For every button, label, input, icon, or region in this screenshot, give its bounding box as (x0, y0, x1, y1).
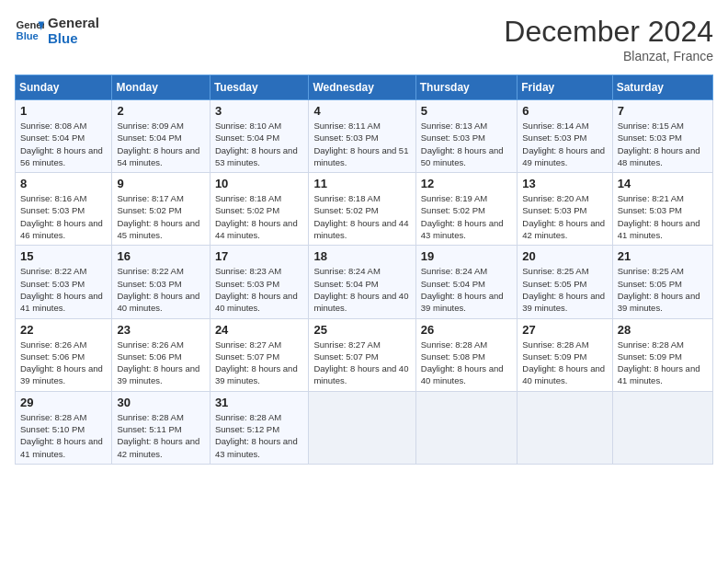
calendar-week-3: 15 Sunrise: 8:22 AMSunset: 5:03 PMDaylig… (16, 246, 713, 318)
calendar-cell: 26 Sunrise: 8:28 AMSunset: 5:08 PMDaylig… (415, 318, 517, 391)
col-saturday: Saturday (612, 75, 712, 100)
day-info: Sunrise: 8:26 AMSunset: 5:06 PMDaylight:… (117, 339, 204, 387)
day-number: 15 (20, 249, 107, 263)
col-friday: Friday (518, 75, 612, 100)
day-info: Sunrise: 8:28 AMSunset: 5:08 PMDaylight:… (421, 339, 512, 387)
col-monday: Monday (112, 75, 210, 100)
day-number: 26 (421, 323, 512, 337)
day-info: Sunrise: 8:28 AMSunset: 5:10 PMDaylight:… (20, 411, 107, 460)
calendar-cell: 18 Sunrise: 8:24 AMSunset: 5:04 PMDaylig… (309, 246, 415, 318)
day-number: 20 (522, 249, 607, 263)
day-info: Sunrise: 8:18 AMSunset: 5:02 PMDaylight:… (215, 192, 304, 241)
day-number: 23 (117, 323, 204, 337)
calendar-cell (415, 391, 517, 464)
calendar-cell: 23 Sunrise: 8:26 AMSunset: 5:06 PMDaylig… (112, 318, 210, 391)
day-info: Sunrise: 8:28 AMSunset: 5:09 PMDaylight:… (618, 339, 708, 387)
day-info: Sunrise: 8:27 AMSunset: 5:07 PMDaylight:… (313, 339, 410, 387)
day-info: Sunrise: 8:28 AMSunset: 5:12 PMDaylight:… (215, 411, 304, 460)
calendar-cell: 22 Sunrise: 8:26 AMSunset: 5:06 PMDaylig… (16, 318, 112, 391)
day-info: Sunrise: 8:19 AMSunset: 5:02 PMDaylight:… (421, 192, 512, 241)
day-info: Sunrise: 8:09 AMSunset: 5:04 PMDaylight:… (117, 120, 204, 168)
day-number: 12 (421, 177, 512, 190)
calendar-cell: 16 Sunrise: 8:22 AMSunset: 5:03 PMDaylig… (112, 246, 210, 318)
day-number: 19 (421, 249, 512, 263)
calendar-cell: 17 Sunrise: 8:23 AMSunset: 5:03 PMDaylig… (210, 246, 309, 318)
day-number: 30 (117, 396, 204, 409)
calendar-cell: 24 Sunrise: 8:27 AMSunset: 5:07 PMDaylig… (210, 318, 309, 391)
day-info: Sunrise: 8:20 AMSunset: 5:03 PMDaylight:… (522, 192, 607, 241)
day-number: 29 (20, 396, 107, 409)
calendar-cell: 12 Sunrise: 8:19 AMSunset: 5:02 PMDaylig… (415, 173, 517, 246)
calendar-cell: 28 Sunrise: 8:28 AMSunset: 5:09 PMDaylig… (612, 318, 712, 391)
page-header: General Blue General Blue December 2024 … (15, 15, 713, 63)
day-number: 17 (215, 249, 304, 263)
calendar-cell: 13 Sunrise: 8:20 AMSunset: 5:03 PMDaylig… (518, 173, 612, 246)
day-info: Sunrise: 8:21 AMSunset: 5:03 PMDaylight:… (618, 192, 708, 241)
day-info: Sunrise: 8:28 AMSunset: 5:11 PMDaylight:… (117, 411, 204, 460)
day-number: 27 (522, 323, 607, 337)
calendar-week-5: 29 Sunrise: 8:28 AMSunset: 5:10 PMDaylig… (16, 391, 713, 464)
day-number: 6 (522, 104, 607, 118)
col-wednesday: Wednesday (309, 75, 415, 100)
calendar-cell: 7 Sunrise: 8:15 AMSunset: 5:03 PMDayligh… (612, 100, 712, 173)
day-number: 7 (618, 104, 708, 118)
calendar-cell (518, 391, 612, 464)
calendar-cell: 2 Sunrise: 8:09 AMSunset: 5:04 PMDayligh… (112, 100, 210, 173)
calendar-cell: 31 Sunrise: 8:28 AMSunset: 5:12 PMDaylig… (210, 391, 309, 464)
day-number: 24 (215, 323, 304, 337)
calendar-cell: 9 Sunrise: 8:17 AMSunset: 5:02 PMDayligh… (112, 173, 210, 246)
calendar-week-1: 1 Sunrise: 8:08 AMSunset: 5:04 PMDayligh… (16, 100, 713, 173)
day-info: Sunrise: 8:28 AMSunset: 5:09 PMDaylight:… (522, 339, 607, 387)
month-title: December 2024 (504, 15, 713, 49)
day-info: Sunrise: 8:16 AMSunset: 5:03 PMDaylight:… (20, 192, 107, 241)
day-info: Sunrise: 8:24 AMSunset: 5:04 PMDaylight:… (421, 265, 512, 314)
day-number: 9 (117, 177, 204, 190)
day-info: Sunrise: 8:08 AMSunset: 5:04 PMDaylight:… (20, 120, 107, 168)
day-number: 8 (20, 177, 107, 190)
calendar-table: Sunday Monday Tuesday Wednesday Thursday… (15, 75, 713, 465)
calendar-cell: 14 Sunrise: 8:21 AMSunset: 5:03 PMDaylig… (612, 173, 712, 246)
day-number: 28 (618, 323, 708, 337)
calendar-cell: 27 Sunrise: 8:28 AMSunset: 5:09 PMDaylig… (518, 318, 612, 391)
day-info: Sunrise: 8:26 AMSunset: 5:06 PMDaylight:… (20, 339, 107, 387)
day-number: 10 (215, 177, 304, 190)
day-number: 11 (313, 177, 410, 190)
day-info: Sunrise: 8:18 AMSunset: 5:02 PMDaylight:… (313, 192, 410, 241)
day-info: Sunrise: 8:22 AMSunset: 5:03 PMDaylight:… (117, 265, 204, 314)
calendar-cell: 6 Sunrise: 8:14 AMSunset: 5:03 PMDayligh… (518, 100, 612, 173)
calendar-cell: 1 Sunrise: 8:08 AMSunset: 5:04 PMDayligh… (16, 100, 112, 173)
day-number: 5 (421, 104, 512, 118)
day-number: 25 (313, 323, 410, 337)
logo: General Blue General Blue (15, 15, 99, 46)
day-number: 1 (20, 104, 107, 118)
logo-icon: General Blue (15, 16, 44, 45)
day-info: Sunrise: 8:27 AMSunset: 5:07 PMDaylight:… (215, 339, 304, 387)
calendar-cell: 25 Sunrise: 8:27 AMSunset: 5:07 PMDaylig… (309, 318, 415, 391)
svg-text:Blue: Blue (17, 30, 39, 41)
day-info: Sunrise: 8:14 AMSunset: 5:03 PMDaylight:… (522, 120, 607, 168)
day-number: 14 (618, 177, 708, 190)
col-thursday: Thursday (415, 75, 517, 100)
day-info: Sunrise: 8:25 AMSunset: 5:05 PMDaylight:… (618, 265, 708, 314)
calendar-week-2: 8 Sunrise: 8:16 AMSunset: 5:03 PMDayligh… (16, 173, 713, 246)
day-info: Sunrise: 8:25 AMSunset: 5:05 PMDaylight:… (522, 265, 607, 314)
day-number: 22 (20, 323, 107, 337)
calendar-cell: 8 Sunrise: 8:16 AMSunset: 5:03 PMDayligh… (16, 173, 112, 246)
day-info: Sunrise: 8:10 AMSunset: 5:04 PMDaylight:… (215, 120, 304, 168)
day-number: 2 (117, 104, 204, 118)
title-block: December 2024 Blanzat, France (504, 15, 713, 63)
col-tuesday: Tuesday (210, 75, 309, 100)
day-number: 4 (313, 104, 410, 118)
col-sunday: Sunday (16, 75, 112, 100)
day-number: 16 (117, 249, 204, 263)
day-info: Sunrise: 8:23 AMSunset: 5:03 PMDaylight:… (215, 265, 304, 314)
day-info: Sunrise: 8:15 AMSunset: 5:03 PMDaylight:… (618, 120, 708, 168)
calendar-header-row: Sunday Monday Tuesday Wednesday Thursday… (16, 75, 713, 100)
location: Blanzat, France (504, 49, 713, 63)
calendar-cell: 21 Sunrise: 8:25 AMSunset: 5:05 PMDaylig… (612, 246, 712, 318)
calendar-cell (309, 391, 415, 464)
calendar-cell: 30 Sunrise: 8:28 AMSunset: 5:11 PMDaylig… (112, 391, 210, 464)
logo-blue: Blue (48, 30, 99, 46)
day-info: Sunrise: 8:11 AMSunset: 5:03 PMDaylight:… (313, 120, 410, 168)
day-number: 21 (618, 249, 708, 263)
